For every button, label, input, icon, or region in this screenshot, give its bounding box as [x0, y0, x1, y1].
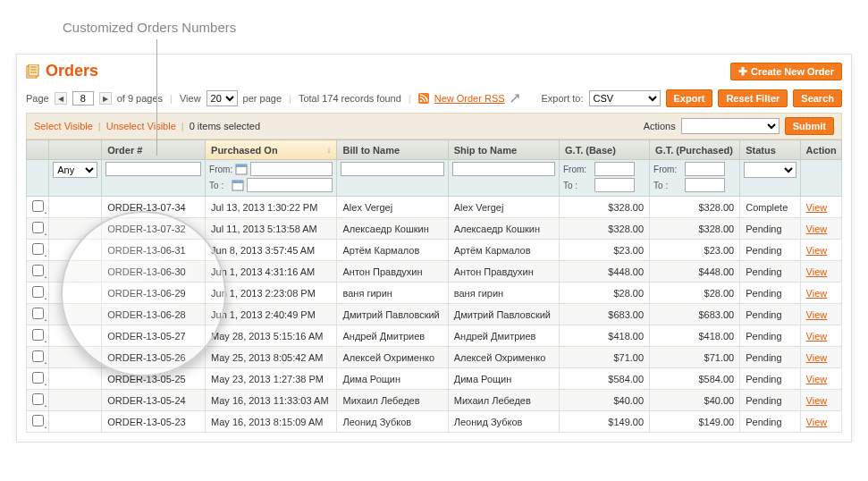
export-button[interactable]: Export [666, 89, 713, 107]
cell-gt-purchased: $418.00 [650, 325, 740, 347]
col-purchased-on[interactable]: Purchased On↓ [206, 140, 337, 160]
table-row[interactable]: ORDER-13-06-30Jun 1, 2013 4:31:16 AMАнто… [27, 261, 842, 283]
cell-order-no: ORDER-13-05-25 [102, 368, 206, 390]
calendar-icon[interactable] [235, 163, 248, 175]
table-row[interactable]: ORDER-13-05-24May 16, 2013 11:33:03 AMМи… [27, 390, 842, 411]
calendar-icon[interactable] [232, 179, 244, 191]
export-select[interactable]: CSV [589, 90, 661, 106]
col-status[interactable]: Status [740, 140, 800, 160]
table-row[interactable]: ORDER-13-05-27May 28, 2013 5:15:16 AMАнд… [27, 325, 842, 347]
select-visible-link[interactable]: Select Visible [34, 121, 93, 131]
row-checkbox[interactable] [32, 308, 44, 319]
table-row[interactable]: ORDER-13-05-23May 16, 2013 8:15:09 AMЛео… [27, 411, 842, 433]
table-row[interactable]: ORDER-13-07-32Jul 11, 2013 5:13:58 AMАле… [27, 218, 842, 240]
row-checkbox[interactable] [32, 243, 44, 255]
cell-purchased-on: May 16, 2013 11:33:03 AM [206, 390, 337, 411]
view-link[interactable]: View [806, 417, 828, 427]
cell-ship-to: Алексаедр Кошкин [448, 218, 559, 240]
col-any[interactable] [49, 140, 102, 160]
col-gt-base[interactable]: G.T. (Base) [560, 140, 650, 160]
col-order-no[interactable]: Order # [102, 140, 206, 160]
col-ship-to[interactable]: Ship to Name [448, 140, 559, 160]
filter-order-no[interactable] [105, 162, 201, 176]
cell-order-no: ORDER-13-07-34 [102, 197, 206, 218]
external-icon [510, 94, 519, 103]
cell-ship-to: Андрей Дмитриев [448, 325, 559, 347]
unselect-visible-link[interactable]: Unselect Visible [106, 121, 176, 131]
cell-ship-to: Алексей Охрименко [448, 347, 559, 368]
col-gt-purchased[interactable]: G.T. (Purchased) [650, 140, 740, 160]
cell-purchased-on: Jul 13, 2013 1:30:22 PM [206, 197, 337, 218]
table-row[interactable]: ORDER-13-05-26May 25, 2013 8:05:42 AMАле… [27, 347, 842, 368]
cell-gt-base: $683.00 [560, 304, 650, 325]
col-bill-to[interactable]: Bill to Name [337, 140, 448, 160]
cell-bill-to: Дмитрий Павловский [337, 304, 448, 325]
row-checkbox[interactable] [32, 222, 44, 233]
filter-status-select[interactable] [744, 162, 796, 178]
view-link[interactable]: View [806, 395, 828, 406]
view-link[interactable]: View [806, 224, 828, 234]
reset-filter-button[interactable]: Reset Filter [718, 89, 788, 107]
to-label: To : [653, 181, 682, 190]
filter-ship-to[interactable] [452, 162, 555, 176]
table-row[interactable]: ORDER-13-07-34Jul 13, 2013 1:30:22 PMAle… [27, 197, 842, 218]
row-checkbox[interactable] [32, 329, 44, 341]
view-link[interactable]: View [806, 288, 828, 299]
create-order-button[interactable]: ✚Create New Order [730, 63, 842, 80]
submit-button[interactable]: Submit [785, 117, 834, 135]
view-link[interactable]: View [806, 331, 828, 342]
page-input[interactable] [72, 91, 94, 105]
cell-status: Pending [740, 240, 800, 261]
view-link[interactable]: View [806, 202, 828, 213]
row-checkbox[interactable] [32, 200, 44, 212]
panel-header: Orders ✚Create New Order [26, 62, 842, 80]
view-link[interactable]: View [806, 309, 828, 320]
cell-gt-base: $23.00 [560, 240, 650, 261]
filter-bill-to[interactable] [341, 162, 443, 176]
view-link[interactable]: View [806, 266, 828, 277]
cell-order-no: ORDER-13-05-24 [102, 390, 206, 411]
row-checkbox[interactable] [32, 372, 44, 384]
table-row[interactable]: ORDER-13-05-25May 23, 2013 1:27:38 PMДим… [27, 368, 842, 390]
cell-gt-purchased: $23.00 [650, 240, 740, 261]
cell-bill-to: Андрей Дмитриев [337, 325, 448, 347]
table-row[interactable]: ORDER-13-06-29Jun 1, 2013 2:23:08 PMваня… [27, 283, 842, 304]
per-page-select[interactable]: 20 [206, 90, 238, 106]
view-link[interactable]: View [806, 352, 828, 363]
row-checkbox[interactable] [32, 393, 44, 405]
cell-ship-to: Леонид Зубков [448, 411, 559, 433]
callout-line [156, 39, 157, 156]
row-checkbox[interactable] [32, 265, 44, 276]
filter-date-to[interactable] [247, 178, 333, 192]
search-button[interactable]: Search [793, 89, 842, 107]
cell-order-no: ORDER-13-07-32 [102, 218, 206, 240]
row-checkbox[interactable] [32, 415, 44, 426]
col-checkbox[interactable] [27, 140, 49, 160]
table-row[interactable]: ORDER-13-06-28Jun 1, 2013 2:40:49 PMДмит… [27, 304, 842, 325]
row-checkbox[interactable] [32, 350, 44, 362]
cell-gt-purchased: $448.00 [650, 261, 740, 283]
filter-base-to[interactable] [594, 178, 635, 192]
actions-select[interactable] [681, 118, 780, 134]
cell-gt-base: $448.00 [560, 261, 650, 283]
filter-date-from[interactable] [250, 162, 333, 176]
view-link[interactable]: View [806, 374, 828, 384]
filter-purch-to[interactable] [685, 178, 725, 192]
view-link[interactable]: View [806, 245, 828, 256]
cell-gt-purchased: $328.00 [650, 197, 740, 218]
cell-ship-to: Антон Правдухин [448, 261, 559, 283]
orders-grid: Order # Purchased On↓ Bill to Name Ship … [26, 139, 842, 433]
filter-base-from[interactable] [594, 162, 635, 176]
filter-purch-from[interactable] [685, 162, 725, 176]
row-checkbox[interactable] [32, 286, 44, 298]
prev-page-button[interactable]: ◀ [55, 92, 67, 105]
per-page-label: per page [243, 93, 282, 104]
table-row[interactable]: ORDER-13-06-31Jun 8, 2013 3:57:45 AMАртё… [27, 240, 842, 261]
rss-link[interactable]: New Order RSS [434, 93, 505, 104]
filter-any-select[interactable]: Any [53, 162, 97, 178]
svg-point-6 [419, 100, 422, 103]
cell-gt-base: $418.00 [560, 325, 650, 347]
export-label: Export to: [541, 93, 583, 104]
page-label: Page [26, 93, 49, 104]
next-page-button[interactable]: ▶ [99, 92, 112, 105]
